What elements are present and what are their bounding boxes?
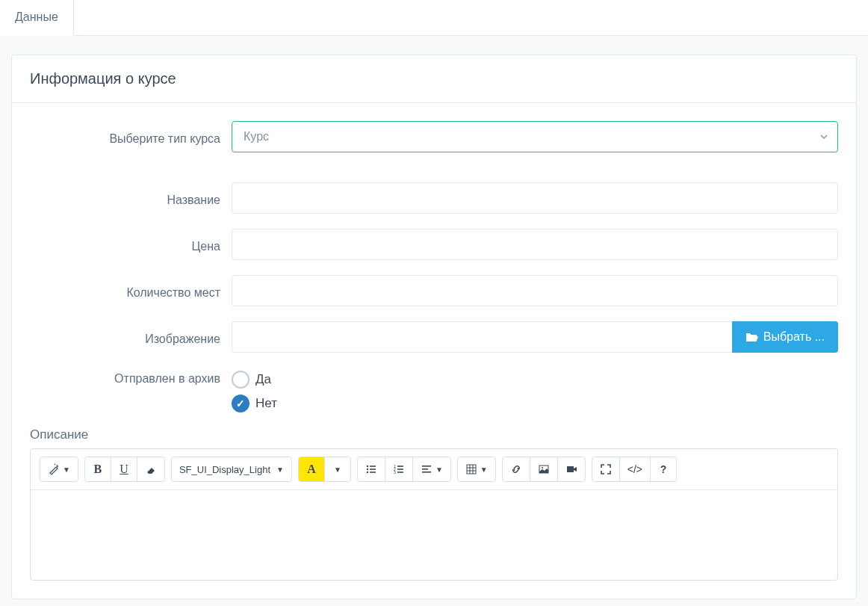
magic-button[interactable]: ▼ — [40, 457, 78, 482]
code-icon: </> — [627, 463, 642, 475]
svg-rect-12 — [422, 466, 431, 467]
panel-title: Информация о курсе — [12, 55, 856, 103]
svg-rect-11 — [397, 471, 403, 473]
radio-circle-checked-icon — [232, 395, 249, 412]
container: Информация о курсе Выберите тип курса Ку… — [0, 36, 868, 599]
svg-rect-13 — [422, 469, 428, 470]
svg-text:3: 3 — [394, 470, 396, 474]
svg-rect-14 — [422, 471, 431, 473]
name-input[interactable] — [232, 182, 838, 214]
paragraph-button[interactable]: ▼ — [412, 457, 451, 482]
description-label: Описание — [30, 427, 838, 442]
eraser-icon — [145, 463, 157, 475]
caret-down-icon: ▼ — [334, 466, 341, 474]
svg-rect-22 — [567, 466, 574, 472]
table-icon — [465, 463, 477, 475]
magic-wand-icon — [48, 463, 60, 475]
archived-no-label: Нет — [255, 396, 277, 411]
font-color-button[interactable]: A — [298, 457, 325, 482]
table-button[interactable]: ▼ — [457, 457, 496, 482]
help-button[interactable]: ? — [650, 457, 677, 482]
svg-rect-15 — [467, 465, 476, 474]
video-icon — [565, 463, 577, 475]
archived-radio-group: Да Нет — [232, 368, 838, 412]
label-course-type: Выберите тип курса — [30, 128, 232, 146]
label-archived: Отправлен в архив — [30, 368, 232, 386]
codeview-button[interactable]: </> — [619, 457, 651, 482]
caret-down-icon: ▼ — [435, 466, 443, 474]
list-ol-icon: 123 — [393, 463, 405, 475]
seats-input[interactable] — [232, 275, 838, 306]
picture-button[interactable] — [530, 457, 558, 482]
row-name: Название — [30, 182, 838, 214]
archived-yes-radio[interactable]: Да — [232, 371, 838, 389]
video-button[interactable] — [557, 457, 586, 482]
svg-point-4 — [367, 471, 368, 473]
label-image: Изображение — [30, 328, 232, 346]
svg-rect-5 — [370, 471, 376, 473]
caret-down-icon: ▼ — [63, 466, 70, 474]
panel-body: Выберите тип курса Курс Название — [12, 103, 856, 599]
price-input[interactable] — [232, 229, 838, 260]
caret-down-icon: ▼ — [480, 466, 488, 474]
ul-button[interactable] — [357, 457, 385, 482]
browse-label: Выбрать ... — [763, 330, 825, 344]
radio-circle-icon — [232, 371, 249, 389]
svg-rect-7 — [397, 466, 403, 467]
font-family-select[interactable]: SF_UI_Display_Light ▼ — [171, 457, 292, 482]
browse-button[interactable]: Выбрать ... — [732, 321, 838, 353]
description-editor: ▼ B U SF_UI_Displ — [30, 448, 838, 581]
fullscreen-icon — [600, 463, 612, 475]
font-family-value: SF_UI_Display_Light — [179, 464, 270, 475]
course-type-select[interactable]: Курс — [232, 121, 838, 152]
archived-yes-label: Да — [255, 372, 271, 387]
fullscreen-button[interactable] — [592, 457, 620, 482]
course-info-panel: Информация о курсе Выберите тип курса Ку… — [11, 55, 857, 599]
underline-button[interactable]: U — [111, 457, 137, 482]
list-ul-icon — [365, 463, 377, 475]
svg-point-0 — [367, 466, 368, 467]
row-price: Цена — [30, 229, 838, 260]
link-icon — [510, 463, 522, 475]
svg-point-2 — [367, 469, 368, 470]
label-seats: Количество мест — [30, 282, 232, 300]
editor-toolbar: ▼ B U SF_UI_Displ — [31, 449, 837, 490]
image-path-input[interactable] — [232, 321, 732, 353]
font-color-dropdown[interactable]: ▼ — [324, 457, 351, 482]
archived-no-radio[interactable]: Нет — [232, 395, 838, 412]
ol-button[interactable]: 123 — [385, 457, 413, 482]
eraser-button[interactable] — [137, 457, 165, 482]
course-type-value: Курс — [244, 130, 269, 143]
row-course-type: Выберите тип курса Курс — [30, 121, 838, 152]
editor-content[interactable] — [31, 490, 837, 580]
caret-down-icon: ▼ — [276, 466, 284, 474]
folder-open-icon — [745, 332, 759, 342]
help-icon: ? — [660, 463, 667, 475]
bold-button[interactable]: B — [84, 457, 111, 482]
link-button[interactable] — [502, 457, 530, 482]
svg-point-21 — [542, 467, 543, 469]
row-seats: Количество мест — [30, 275, 838, 306]
label-name: Название — [30, 189, 232, 207]
label-price: Цена — [30, 235, 232, 253]
chevron-down-icon — [819, 132, 828, 141]
svg-rect-9 — [397, 469, 403, 470]
row-archived: Отправлен в архив Да Нет — [30, 368, 838, 412]
row-image: Изображение Выбрать ... — [30, 321, 838, 353]
tab-data[interactable]: Данные — [0, 0, 74, 36]
image-icon — [538, 463, 550, 475]
tabs: Данные — [0, 0, 868, 36]
svg-rect-3 — [370, 469, 376, 470]
align-icon — [421, 463, 433, 475]
svg-rect-1 — [370, 466, 376, 467]
